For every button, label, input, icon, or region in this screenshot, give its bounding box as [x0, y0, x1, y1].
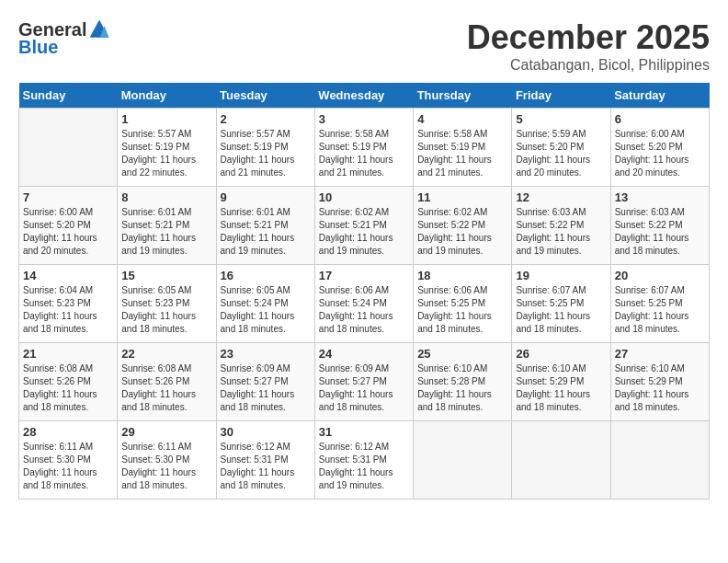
- calendar-cell: 12Sunrise: 6:03 AM Sunset: 5:22 PM Dayli…: [512, 187, 610, 265]
- calendar-cell: 1Sunrise: 5:57 AM Sunset: 5:19 PM Daylig…: [118, 109, 216, 187]
- day-info: Sunrise: 6:11 AM Sunset: 5:30 PM Dayligh…: [121, 441, 211, 492]
- day-number: 8: [121, 190, 211, 204]
- day-info: Sunrise: 6:06 AM Sunset: 5:24 PM Dayligh…: [319, 284, 409, 336]
- day-info: Sunrise: 6:09 AM Sunset: 5:27 PM Dayligh…: [319, 362, 409, 414]
- weekday-header-wednesday: Wednesday: [314, 83, 413, 109]
- calendar-cell: 9Sunrise: 6:01 AM Sunset: 5:21 PM Daylig…: [216, 187, 314, 265]
- weekday-header-row: SundayMondayTuesdayWednesdayThursdayFrid…: [19, 83, 710, 109]
- header: General Blue December 2025 Catabangan, B…: [18, 18, 710, 74]
- day-number: 31: [319, 425, 409, 439]
- day-number: 23: [221, 347, 311, 361]
- day-number: 7: [23, 190, 113, 204]
- day-info: Sunrise: 6:05 AM Sunset: 5:24 PM Dayligh…: [221, 284, 311, 336]
- calendar-cell: 4Sunrise: 5:58 AM Sunset: 5:19 PM Daylig…: [414, 109, 512, 187]
- calendar-cell: [414, 421, 512, 500]
- day-number: 12: [516, 190, 606, 204]
- week-row-4: 21Sunrise: 6:08 AM Sunset: 5:26 PM Dayli…: [19, 343, 710, 421]
- calendar-cell: [19, 109, 118, 187]
- week-row-5: 28Sunrise: 6:11 AM Sunset: 5:30 PM Dayli…: [19, 421, 710, 500]
- day-info: Sunrise: 5:57 AM Sunset: 5:19 PM Dayligh…: [221, 128, 311, 179]
- day-number: 27: [615, 347, 705, 361]
- calendar-cell: 23Sunrise: 6:09 AM Sunset: 5:27 PM Dayli…: [216, 343, 314, 421]
- calendar-cell: 20Sunrise: 6:07 AM Sunset: 5:25 PM Dayli…: [610, 265, 709, 343]
- weekday-header-tuesday: Tuesday: [216, 83, 314, 109]
- weekday-header-thursday: Thursday: [414, 83, 512, 109]
- day-number: 19: [516, 269, 606, 282]
- day-info: Sunrise: 6:02 AM Sunset: 5:21 PM Dayligh…: [319, 206, 409, 258]
- calendar-cell: 26Sunrise: 6:10 AM Sunset: 5:29 PM Dayli…: [512, 343, 610, 421]
- calendar-cell: 27Sunrise: 6:10 AM Sunset: 5:29 PM Dayli…: [610, 343, 709, 421]
- calendar-cell: 3Sunrise: 5:58 AM Sunset: 5:19 PM Daylig…: [314, 109, 413, 187]
- weekday-header-friday: Friday: [512, 83, 610, 109]
- day-info: Sunrise: 6:02 AM Sunset: 5:22 PM Dayligh…: [417, 206, 507, 258]
- calendar-cell: 25Sunrise: 6:10 AM Sunset: 5:28 PM Dayli…: [414, 343, 512, 421]
- logo-icon: [88, 18, 110, 40]
- day-number: 14: [23, 269, 113, 282]
- day-info: Sunrise: 6:05 AM Sunset: 5:23 PM Dayligh…: [121, 284, 211, 336]
- day-info: Sunrise: 6:12 AM Sunset: 5:31 PM Dayligh…: [221, 441, 311, 492]
- day-number: 20: [615, 269, 705, 282]
- weekday-header-monday: Monday: [118, 83, 216, 109]
- week-row-2: 7Sunrise: 6:00 AM Sunset: 5:20 PM Daylig…: [19, 187, 710, 265]
- day-info: Sunrise: 5:57 AM Sunset: 5:19 PM Dayligh…: [121, 128, 211, 179]
- day-number: 1: [121, 112, 211, 126]
- week-row-1: 1Sunrise: 5:57 AM Sunset: 5:19 PM Daylig…: [19, 109, 710, 187]
- calendar-cell: [512, 421, 610, 500]
- day-number: 17: [319, 269, 409, 282]
- calendar-cell: 15Sunrise: 6:05 AM Sunset: 5:23 PM Dayli…: [118, 265, 216, 343]
- calendar-cell: 11Sunrise: 6:02 AM Sunset: 5:22 PM Dayli…: [414, 187, 512, 265]
- weekday-header-saturday: Saturday: [610, 83, 709, 109]
- day-number: 11: [417, 190, 507, 204]
- day-info: Sunrise: 5:59 AM Sunset: 5:20 PM Dayligh…: [516, 128, 606, 179]
- calendar-cell: 2Sunrise: 5:57 AM Sunset: 5:19 PM Daylig…: [216, 109, 314, 187]
- day-number: 21: [23, 347, 113, 361]
- day-info: Sunrise: 6:08 AM Sunset: 5:26 PM Dayligh…: [121, 362, 211, 414]
- day-info: Sunrise: 6:12 AM Sunset: 5:31 PM Dayligh…: [319, 441, 409, 492]
- calendar-cell: 8Sunrise: 6:01 AM Sunset: 5:21 PM Daylig…: [118, 187, 216, 265]
- calendar-cell: 13Sunrise: 6:03 AM Sunset: 5:22 PM Dayli…: [610, 187, 709, 265]
- weekday-header-sunday: Sunday: [19, 83, 118, 109]
- day-info: Sunrise: 6:08 AM Sunset: 5:26 PM Dayligh…: [23, 362, 113, 414]
- day-info: Sunrise: 6:01 AM Sunset: 5:21 PM Dayligh…: [121, 206, 211, 258]
- calendar-cell: 5Sunrise: 5:59 AM Sunset: 5:20 PM Daylig…: [512, 109, 610, 187]
- location-title: Catabangan, Bicol, Philippines: [467, 57, 710, 74]
- calendar-cell: 7Sunrise: 6:00 AM Sunset: 5:20 PM Daylig…: [19, 187, 118, 265]
- day-number: 29: [121, 425, 211, 439]
- day-number: 3: [319, 112, 409, 126]
- calendar-cell: 10Sunrise: 6:02 AM Sunset: 5:21 PM Dayli…: [314, 187, 413, 265]
- calendar-cell: 30Sunrise: 6:12 AM Sunset: 5:31 PM Dayli…: [216, 421, 314, 500]
- calendar-cell: 24Sunrise: 6:09 AM Sunset: 5:27 PM Dayli…: [314, 343, 413, 421]
- day-number: 15: [121, 269, 211, 282]
- day-number: 5: [516, 112, 606, 126]
- calendar-cell: 14Sunrise: 6:04 AM Sunset: 5:23 PM Dayli…: [19, 265, 118, 343]
- calendar-cell: 18Sunrise: 6:06 AM Sunset: 5:25 PM Dayli…: [414, 265, 512, 343]
- day-number: 30: [221, 425, 311, 439]
- day-info: Sunrise: 6:10 AM Sunset: 5:29 PM Dayligh…: [615, 362, 705, 414]
- week-row-3: 14Sunrise: 6:04 AM Sunset: 5:23 PM Dayli…: [19, 265, 710, 343]
- day-number: 26: [516, 347, 606, 361]
- day-number: 10: [319, 190, 409, 204]
- day-info: Sunrise: 6:03 AM Sunset: 5:22 PM Dayligh…: [516, 206, 606, 258]
- day-info: Sunrise: 6:11 AM Sunset: 5:30 PM Dayligh…: [23, 441, 113, 492]
- day-number: 25: [417, 347, 507, 361]
- day-number: 2: [221, 112, 311, 126]
- day-info: Sunrise: 6:00 AM Sunset: 5:20 PM Dayligh…: [23, 206, 113, 258]
- calendar-cell: 16Sunrise: 6:05 AM Sunset: 5:24 PM Dayli…: [216, 265, 314, 343]
- day-info: Sunrise: 6:01 AM Sunset: 5:21 PM Dayligh…: [221, 206, 311, 258]
- day-info: Sunrise: 6:00 AM Sunset: 5:20 PM Dayligh…: [615, 128, 705, 179]
- calendar-cell: 17Sunrise: 6:06 AM Sunset: 5:24 PM Dayli…: [314, 265, 413, 343]
- day-info: Sunrise: 6:10 AM Sunset: 5:28 PM Dayligh…: [417, 362, 507, 414]
- day-info: Sunrise: 5:58 AM Sunset: 5:19 PM Dayligh…: [417, 128, 507, 179]
- calendar-cell: 28Sunrise: 6:11 AM Sunset: 5:30 PM Dayli…: [19, 421, 118, 500]
- day-info: Sunrise: 6:09 AM Sunset: 5:27 PM Dayligh…: [221, 362, 311, 414]
- day-number: 6: [615, 112, 705, 126]
- day-number: 16: [221, 269, 311, 282]
- calendar-cell: 29Sunrise: 6:11 AM Sunset: 5:30 PM Dayli…: [118, 421, 216, 500]
- calendar-cell: [610, 421, 709, 500]
- day-number: 18: [417, 269, 507, 282]
- calendar-cell: 19Sunrise: 6:07 AM Sunset: 5:25 PM Dayli…: [512, 265, 610, 343]
- day-info: Sunrise: 6:07 AM Sunset: 5:25 PM Dayligh…: [615, 284, 705, 336]
- day-info: Sunrise: 6:04 AM Sunset: 5:23 PM Dayligh…: [23, 284, 113, 336]
- month-title: December 2025: [467, 18, 710, 57]
- day-info: Sunrise: 6:07 AM Sunset: 5:25 PM Dayligh…: [516, 284, 606, 336]
